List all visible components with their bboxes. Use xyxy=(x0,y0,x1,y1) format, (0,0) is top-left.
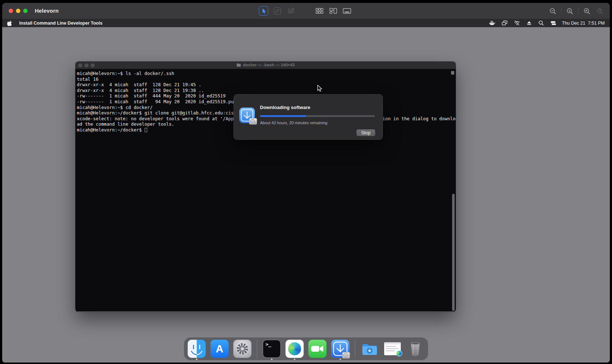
display-mirroring-icon[interactable] xyxy=(501,20,508,26)
terminal-title: docker — -bash — 140×43 xyxy=(75,63,456,67)
facetime-icon xyxy=(309,340,327,358)
vm-toolbar-zoom: 1 xyxy=(548,7,605,16)
hard-disk-icon xyxy=(249,118,257,125)
macos-menubar: Install Command Line Developer Tools xyxy=(2,19,610,27)
grid-view-button[interactable] xyxy=(315,6,324,16)
scrollbar-thumb[interactable] xyxy=(452,194,455,311)
pointer-tool-button[interactable] xyxy=(259,6,268,16)
dock-app-store[interactable]: A xyxy=(211,340,229,358)
running-indicator xyxy=(196,359,198,360)
downloads-folder-icon xyxy=(361,340,379,358)
dock-facetime[interactable] xyxy=(309,340,327,358)
running-indicator xyxy=(340,359,341,360)
vm-toolbar-center xyxy=(259,6,352,16)
trash-icon xyxy=(406,340,425,358)
menubar-clock[interactable]: Thu Dec 21 7:51 PM xyxy=(562,21,605,26)
dock: A >_ xyxy=(184,337,429,360)
zoom-in-button[interactable] xyxy=(582,7,592,16)
clt-installer-icon xyxy=(239,108,257,126)
window-controls xyxy=(9,9,28,13)
split-view-button[interactable] xyxy=(328,6,338,16)
scrollbar-marker xyxy=(451,71,454,75)
dock-minimized-edge-window[interactable] xyxy=(384,340,402,358)
terminal-cursor xyxy=(145,128,147,132)
close-button[interactable] xyxy=(9,9,13,13)
zoom-actual-button[interactable]: 1 xyxy=(565,7,575,16)
mouse-cursor xyxy=(317,85,322,92)
zoom-out-icon xyxy=(549,7,557,16)
apple-menu-icon[interactable] xyxy=(7,20,13,26)
grid-view-icon xyxy=(315,6,324,16)
system-preferences-icon xyxy=(233,340,252,358)
minimized-window-thumbnail xyxy=(384,342,401,355)
user-switching-icon[interactable] xyxy=(550,20,557,26)
zoom-fit-button[interactable] xyxy=(595,7,605,16)
dock-trash[interactable] xyxy=(406,340,425,358)
eject-icon[interactable] xyxy=(526,20,532,26)
terminal-line: drwxr-xr-x 4 micah staff 128 Dec 21 19:3… xyxy=(77,88,456,93)
folder-icon xyxy=(236,63,241,67)
layers-icon xyxy=(286,6,296,16)
docker-whale-icon[interactable] xyxy=(489,20,496,26)
zoom-fit-icon xyxy=(596,7,604,16)
vm-window-title: Helevorn xyxy=(35,8,59,14)
layers-tool-button[interactable] xyxy=(286,6,296,16)
wifi-off-icon[interactable] xyxy=(514,20,520,26)
dock-terminal[interactable]: >_ xyxy=(263,340,281,358)
terminal-line: drwxr-xr-x 4 micah staff 128 Dec 21 19:4… xyxy=(77,82,456,88)
finder-icon xyxy=(188,340,206,358)
dock-finder[interactable] xyxy=(188,340,206,358)
dock-divider xyxy=(257,340,257,358)
dock-edge[interactable] xyxy=(286,340,304,358)
vm-titlebar: Helevorn xyxy=(2,3,610,19)
zoom-actual-icon: 1 xyxy=(566,7,574,16)
svg-text:1: 1 xyxy=(568,9,570,13)
split-view-icon xyxy=(328,6,338,16)
vm-window: Helevorn xyxy=(2,3,610,363)
zoom-out-button[interactable] xyxy=(548,7,558,16)
edge-badge-icon xyxy=(396,350,402,356)
active-app-menu[interactable]: Install Command Line Developer Tools xyxy=(19,21,103,26)
resize-tool-button[interactable] xyxy=(273,6,282,16)
app-store-icon: A xyxy=(211,340,229,358)
spotlight-search-icon[interactable] xyxy=(538,20,544,26)
stop-button[interactable]: Stop xyxy=(356,129,375,136)
display-view-icon xyxy=(342,6,352,16)
dialog-title: Downloading software xyxy=(260,105,310,110)
desktop: docker — -bash — 140×43 micah@Helevorn:~… xyxy=(2,27,610,363)
terminal-prompt: micah@Helevorn:~/docker$ xyxy=(77,127,145,133)
terminal-titlebar[interactable]: docker — -bash — 140×43 xyxy=(75,62,456,69)
downloading-dialog[interactable]: Downloading software About 42 hours, 20 … xyxy=(233,94,383,140)
menubar-status-icons xyxy=(489,20,557,26)
progress-fill xyxy=(260,115,306,117)
edge-icon xyxy=(286,340,304,358)
dock-clt-installer[interactable] xyxy=(331,340,350,358)
resize-icon xyxy=(273,6,282,16)
terminal-line: micah@Helevorn:~$ ls -al docker/.ssh xyxy=(77,71,456,76)
hard-disk-overlay-icon xyxy=(342,352,350,359)
toolbar-divider xyxy=(561,8,562,14)
terminal-line: total 16 xyxy=(77,76,456,82)
running-indicator xyxy=(271,359,273,360)
pointer-icon xyxy=(260,7,268,15)
running-indicator xyxy=(294,359,295,360)
dock-system-preferences[interactable] xyxy=(233,340,252,358)
toolbar-divider xyxy=(578,8,579,14)
time-remaining-label: About 42 hours, 20 minutes remaining xyxy=(260,121,327,125)
progress-bar xyxy=(260,115,375,117)
minimize-button[interactable] xyxy=(16,9,20,13)
zoom-in-icon xyxy=(583,7,591,16)
dock-divider xyxy=(355,340,355,358)
zoom-button[interactable] xyxy=(23,9,28,13)
display-view-button[interactable] xyxy=(342,6,352,16)
terminal-app-icon: >_ xyxy=(263,340,281,358)
dock-downloads-folder[interactable] xyxy=(361,340,379,358)
